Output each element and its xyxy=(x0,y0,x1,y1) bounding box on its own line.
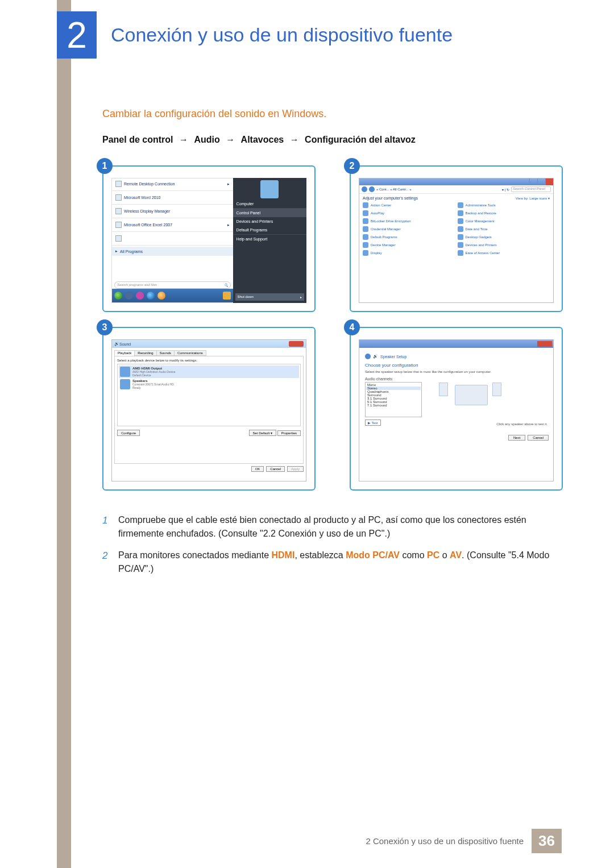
set-default-button[interactable]: Set Default ▾ xyxy=(249,430,276,436)
test-button[interactable]: ▶ Test xyxy=(365,420,381,426)
panel-1-start-menu: 1 Remote Desktop Connection▸ Microsoft W… xyxy=(102,165,316,312)
search-icon: 🔍 xyxy=(224,283,228,287)
forward-button[interactable] xyxy=(369,186,375,192)
display-icon xyxy=(363,250,368,256)
tab-playback[interactable]: Playback xyxy=(114,350,135,356)
menu-item[interactable]: Devices and Printers xyxy=(233,217,306,226)
cp-item[interactable]: Devices and Printers xyxy=(466,243,497,247)
cp-item[interactable]: Default Programs xyxy=(371,235,397,239)
diagram-note: Click any speaker above to test it. xyxy=(496,422,547,426)
back-button[interactable] xyxy=(365,354,371,359)
footer-text: 2 Conexión y uso de un dispositivo fuent… xyxy=(366,836,524,846)
flag-icon xyxy=(363,202,368,208)
panel-2-control-panel: 2 « Cont... » All Contr... » ▾ | ↻ Searc… xyxy=(350,165,563,312)
cancel-button[interactable]: Cancel xyxy=(528,435,549,441)
shutdown-button[interactable]: Shut down▸ xyxy=(235,293,304,301)
menu-item[interactable]: Remote Desktop Connection xyxy=(124,182,175,186)
tab-recording[interactable]: Recording xyxy=(134,350,156,356)
channels-label: Audio channels: xyxy=(365,377,422,381)
window-titlebar xyxy=(359,178,553,185)
window-titlebar xyxy=(359,340,553,348)
menu-item[interactable]: Microsoft Office Excel 2007 xyxy=(124,223,172,227)
cp-item[interactable]: Backup and Restore xyxy=(466,211,496,215)
ie-icon[interactable] xyxy=(147,292,155,300)
close-button[interactable] xyxy=(537,341,552,347)
tabs: Playback Recording Sounds Communications xyxy=(114,350,304,356)
monitor-icon xyxy=(120,367,130,377)
ok-button[interactable]: OK xyxy=(251,466,264,472)
breadcrumb: Panel de control → Audio → Altavoces → C… xyxy=(102,135,563,145)
tools-icon xyxy=(458,202,463,208)
view-by[interactable]: View by: Large icons ▾ xyxy=(516,196,550,200)
menu-item[interactable]: Microsoft Word 2010 xyxy=(124,196,160,200)
cp-item[interactable]: Desktop Gadgets xyxy=(466,235,492,239)
chapter-title: Conexión y uso de un dispositivo fuente xyxy=(111,24,453,46)
back-button[interactable] xyxy=(362,186,367,192)
cp-item[interactable]: Date and Time xyxy=(466,227,488,231)
speaker-left-icon[interactable] xyxy=(439,383,448,396)
menu-item[interactable]: Help and Support xyxy=(233,235,306,243)
menu-item[interactable]: Computer xyxy=(233,200,306,208)
menu-item[interactable]: Default Programs xyxy=(233,226,306,234)
wizard-hint: Select the speaker setup below that is m… xyxy=(365,370,547,373)
next-button[interactable]: Next xyxy=(508,435,525,441)
step-1: 1 Compruebe que el cable esté bien conec… xyxy=(102,513,563,541)
cp-item[interactable]: BitLocker Drive Encryption xyxy=(371,219,411,223)
start-orb-icon[interactable] xyxy=(114,292,122,300)
chevron-right-icon: ▸ xyxy=(115,249,118,254)
wizard-title: Speaker Setup xyxy=(380,355,406,359)
maximize-button[interactable] xyxy=(537,178,545,185)
clock-icon xyxy=(458,226,463,232)
device-speakers[interactable]: Speakers Conexant 20671 SmartAudio HD Re… xyxy=(119,378,299,391)
cp-item[interactable]: AutoPlay xyxy=(371,211,384,215)
subtitle: Adjust your computer's settings xyxy=(363,196,418,200)
wizard-heading: Choose your configuration xyxy=(365,363,547,368)
start-menu-left: Remote Desktop Connection▸ Microsoft Wor… xyxy=(111,178,233,303)
device-hdmi[interactable]: AMD HDMI Output AMD High Definition Audi… xyxy=(119,366,299,378)
cp-item[interactable]: Display xyxy=(371,251,382,255)
cp-item[interactable]: Administrative Tools xyxy=(466,203,496,207)
search-input[interactable]: Search Control Panel xyxy=(511,186,551,192)
app-icon xyxy=(115,194,122,201)
minimize-button[interactable] xyxy=(529,178,537,185)
properties-button[interactable]: Properties xyxy=(277,430,301,436)
badge-1: 1 xyxy=(97,158,113,174)
tab-sounds[interactable]: Sounds xyxy=(156,350,175,356)
media-player-icon[interactable] xyxy=(157,292,165,300)
user-avatar xyxy=(260,180,279,198)
left-stripe xyxy=(57,0,71,868)
cp-item[interactable]: Ease of Access Center xyxy=(466,251,500,255)
taskbar-icon[interactable] xyxy=(136,292,144,300)
monitor-icon xyxy=(455,385,488,405)
cancel-button[interactable]: Cancel xyxy=(266,466,285,472)
menu-item-control-panel[interactable]: Control Panel xyxy=(233,209,306,217)
channels-list[interactable]: Mono Stereo Quadraphonic Surround 3.1 Su… xyxy=(365,382,422,417)
ease-icon xyxy=(458,250,463,256)
chapter-number: 2 xyxy=(57,11,97,59)
credential-icon xyxy=(363,226,368,232)
folder-icon[interactable] xyxy=(223,292,231,300)
sound-icon: 🔊 xyxy=(114,342,119,346)
configure-button[interactable]: Configure xyxy=(117,430,140,436)
close-button[interactable] xyxy=(545,178,553,185)
cp-item[interactable]: Color Management xyxy=(466,219,495,223)
taskbar-icon[interactable] xyxy=(125,292,133,300)
cp-item[interactable]: Action Center xyxy=(371,203,391,207)
search-input[interactable]: Search programs and files 🔍 xyxy=(114,281,231,289)
cp-item[interactable]: Device Manager xyxy=(371,243,396,247)
tab-communications[interactable]: Communications xyxy=(174,350,206,356)
printers-icon xyxy=(458,242,463,248)
address-path: « Cont... » All Contr... » xyxy=(376,188,412,191)
content: Cambiar la configuración del sonido en W… xyxy=(102,108,563,584)
cp-item[interactable]: Credential Manager xyxy=(371,227,401,231)
apply-button[interactable]: Apply xyxy=(287,466,304,472)
badge-3: 3 xyxy=(97,319,113,335)
app-icon xyxy=(115,181,122,187)
step-text: Para monitores conectados mediante HDMI,… xyxy=(118,549,563,576)
close-button[interactable] xyxy=(289,341,304,347)
page-footer: 2 Conexión y uso de un dispositivo fuent… xyxy=(57,829,562,853)
hint-text: Select a playback device below to modify… xyxy=(117,359,301,362)
menu-item[interactable]: Wireless Display Manager xyxy=(124,209,170,213)
speaker-right-icon[interactable] xyxy=(492,383,501,396)
all-programs[interactable]: All Programs xyxy=(120,250,143,254)
